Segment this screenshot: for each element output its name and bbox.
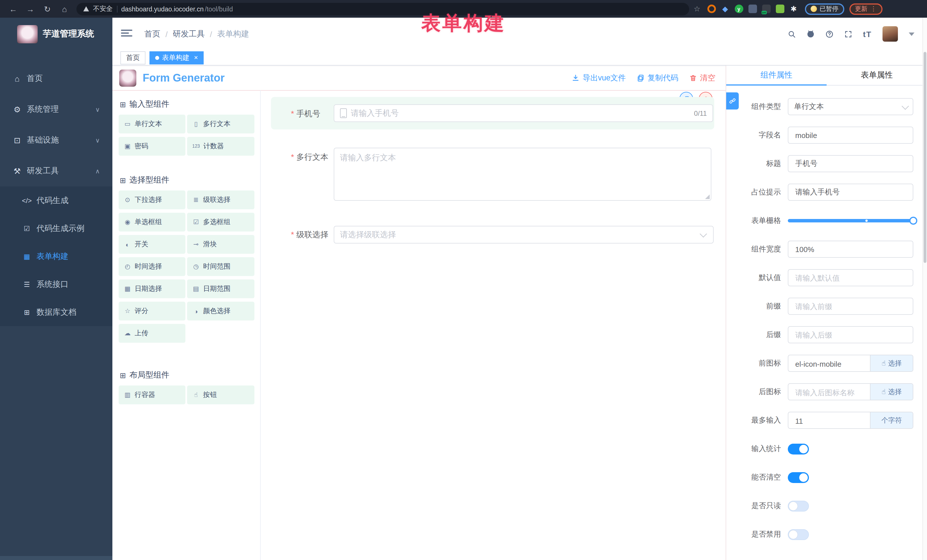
palette-item-time-picker[interactable]: ◴时间选择 xyxy=(119,257,185,276)
prefix-input[interactable] xyxy=(794,298,907,315)
required-asterisk: * xyxy=(291,109,294,118)
security-warning-label[interactable]: 不安全 xyxy=(93,5,112,13)
canvas-field-mobile[interactable]: *手机号 请输入手机号 0/11 xyxy=(271,97,714,129)
logo-row[interactable]: 芋道管理系统 xyxy=(0,18,112,50)
component-type-select[interactable]: 单行文本 xyxy=(788,98,913,115)
sidebar-item-infra[interactable]: ⊡ 基础设施 ∨ xyxy=(0,125,112,156)
user-avatar[interactable] xyxy=(883,26,898,42)
copy-code-button[interactable]: 复制代码 xyxy=(637,73,678,83)
export-vue-button[interactable]: 导出vue文件 xyxy=(571,73,626,83)
tab-home[interactable]: 首页 xyxy=(120,51,146,64)
row-label: 前缀 xyxy=(726,301,781,311)
tab-form-build[interactable]: 表单构建 × xyxy=(149,51,204,64)
resize-grip[interactable] xyxy=(705,194,710,199)
sidebar-item-home[interactable]: ⌂ 首页 xyxy=(0,63,112,94)
scrollbar-thumb[interactable] xyxy=(924,52,926,263)
copy-icon xyxy=(637,74,644,82)
sidebar-item-code-gen[interactable]: </> 代码生成 xyxy=(0,187,112,214)
prefix-icon-input[interactable] xyxy=(794,355,864,372)
placeholder-input[interactable] xyxy=(794,184,907,201)
hamburger-icon[interactable] xyxy=(121,30,132,38)
palette-item-counter[interactable]: 123计数器 xyxy=(187,137,254,156)
palette-item-textarea[interactable]: ▯多行文本 xyxy=(187,115,254,134)
tab-form-props[interactable]: 表单属性 xyxy=(827,65,927,85)
extension-orange-icon[interactable] xyxy=(707,5,716,13)
sidebar-item-db-doc[interactable]: ⊞ 数据库文档 xyxy=(0,298,112,326)
bookmark-star-icon[interactable]: ☆ xyxy=(694,5,700,13)
disabled-toggle[interactable] xyxy=(788,529,809,540)
readonly-toggle[interactable] xyxy=(788,501,809,511)
palette-item-slider[interactable]: ⊸滑块 xyxy=(187,235,254,254)
extension-blue-drop-icon[interactable]: ◆ xyxy=(721,5,729,13)
help-icon[interactable] xyxy=(825,30,833,38)
extension-puzzle-icon[interactable]: ✱ xyxy=(789,5,798,13)
address-bar[interactable]: 不安全 dashboard.yudao.iocoder.cn/tool/buil… xyxy=(76,3,689,15)
choose-prefix-icon-button[interactable]: ☝ 选择 xyxy=(870,355,913,371)
fullscreen-icon[interactable] xyxy=(844,30,852,38)
title-input[interactable] xyxy=(794,155,907,172)
clearable-toggle[interactable] xyxy=(788,472,809,483)
palette-item-upload[interactable]: ☁上传 xyxy=(119,324,185,343)
palette-item-date-picker[interactable]: ▦日期选择 xyxy=(119,279,185,298)
breadcrumb-home[interactable]: 首页 xyxy=(144,29,160,39)
palette-grid: ⊙下拉选择 ≣级联选择 ◉单选框组 ☑多选框组 ◐开关 ⊸滑块 ◴时间选择 ◷时… xyxy=(119,190,260,343)
browser-update-button[interactable]: 更新 ⋮ xyxy=(849,3,882,15)
page-scrollbar[interactable] xyxy=(922,18,927,560)
extension-alien-icon[interactable] xyxy=(775,5,784,13)
clear-button[interactable]: 清空 xyxy=(689,73,715,83)
default-value-input[interactable] xyxy=(794,269,907,286)
field-name-input[interactable] xyxy=(794,127,907,144)
tab-component-props[interactable]: 组件属性 xyxy=(726,65,827,85)
clock-icon: ◴ xyxy=(124,263,131,270)
sidebar-item-form-build[interactable]: ▦ 表单构建 xyxy=(0,242,112,270)
sidebar-item-code-demo[interactable]: ☑ 代码生成示例 xyxy=(0,214,112,242)
forward-icon[interactable]: → xyxy=(22,4,39,14)
canvas-field-textarea[interactable]: *多行文本 请输入多行文本 xyxy=(271,148,714,205)
form-grid-slider[interactable] xyxy=(788,219,913,222)
sidebar-item-api[interactable]: ☰ 系统接口 xyxy=(0,270,112,298)
close-icon[interactable]: × xyxy=(194,54,198,62)
palette-item-cascader[interactable]: ≣级联选择 xyxy=(187,190,254,209)
home-icon[interactable]: ⌂ xyxy=(56,4,73,14)
palette-item-rate[interactable]: ☆评分 xyxy=(119,302,185,320)
palette-item-time-range[interactable]: ◷时间范围 xyxy=(187,257,254,276)
font-size-icon[interactable]: tT xyxy=(863,29,872,38)
palette-item-radio-group[interactable]: ◉单选框组 xyxy=(119,213,185,232)
palette-item-select[interactable]: ⊙下拉选择 xyxy=(119,190,185,209)
suffix-icon-input[interactable] xyxy=(794,384,864,400)
mobile-input[interactable]: 请输入手机号 0/11 xyxy=(334,104,713,122)
github-icon[interactable] xyxy=(807,30,815,38)
cascader-select[interactable]: 请选择级联选择 xyxy=(334,226,714,243)
extension-columns-icon[interactable] xyxy=(748,5,757,13)
reload-icon[interactable]: ↻ xyxy=(39,4,56,14)
slider-handle[interactable] xyxy=(909,217,917,225)
input-stats-toggle[interactable] xyxy=(788,443,809,454)
sidebar-collapse-bar[interactable] xyxy=(0,556,112,560)
breadcrumb-devtools[interactable]: 研发工具 xyxy=(173,29,205,39)
menu-dots-icon[interactable]: ⋮ xyxy=(870,5,877,12)
palette-item-date-range[interactable]: ▤日期范围 xyxy=(187,279,254,298)
choose-suffix-icon-button[interactable]: ☝ 选择 xyxy=(870,384,913,400)
search-icon[interactable] xyxy=(788,30,796,38)
palette-item-switch[interactable]: ◐开关 xyxy=(119,235,185,254)
palette-item-button[interactable]: ☝按钮 xyxy=(187,385,254,404)
textarea-input[interactable]: 请输入多行文本 xyxy=(334,148,711,201)
suffix-input[interactable] xyxy=(794,326,907,343)
palette-item-single-text[interactable]: ▭单行文本 xyxy=(119,115,185,134)
field-label: 级联选择 xyxy=(296,230,328,239)
sidebar-item-system[interactable]: ⚙ 系统管理 ∨ xyxy=(0,94,112,125)
max-length-input[interactable] xyxy=(794,412,864,429)
caret-down-icon[interactable] xyxy=(909,32,915,36)
component-width-input[interactable] xyxy=(794,241,907,258)
extension-green-icon[interactable]: y xyxy=(734,5,743,13)
palette-item-row-container[interactable]: ▥行容器 xyxy=(119,385,185,404)
palette-item-password[interactable]: ▣密码 xyxy=(119,137,185,156)
extension-dark-icon[interactable]: on xyxy=(762,5,770,13)
back-icon[interactable]: ← xyxy=(5,4,22,14)
profile-paused-badge[interactable]: 已暂停 xyxy=(805,3,844,15)
canvas-field-cascader[interactable]: *级联选择 请选择级联选择 xyxy=(271,226,714,243)
palette-item-checkbox-group[interactable]: ☑多选框组 xyxy=(187,213,254,232)
sidebar-item-devtools[interactable]: ⚒ 研发工具 ∧ xyxy=(0,156,112,187)
security-warning-icon xyxy=(83,6,89,11)
palette-item-color-picker[interactable]: ◑颜色选择 xyxy=(187,302,254,320)
